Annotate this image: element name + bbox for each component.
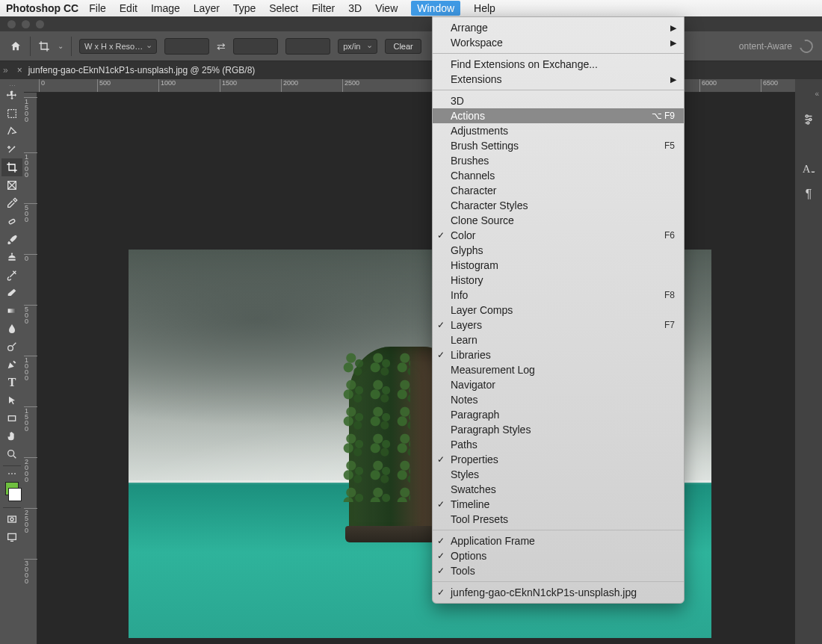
traffic-light-close[interactable] [7,20,16,28]
svg-point-11 [809,119,812,121]
close-tab-icon[interactable]: × [17,65,22,75]
menu-filter[interactable]: Filter [312,2,335,14]
tool-crop[interactable] [1,158,22,176]
window-menu-item[interactable]: Paragraph Styles [433,422,684,437]
tool-magic-wand[interactable] [1,140,22,158]
window-menu-item[interactable]: Navigator [433,377,684,392]
panel-icon-paragraph[interactable]: ¶ [801,187,816,202]
window-menu-item[interactable]: History [433,273,684,288]
menu-layer[interactable]: Layer [194,2,220,14]
window-menu-item[interactable]: Find Extensions on Exchange... [433,57,684,72]
reset-icon[interactable] [797,37,816,55]
crop-height-input[interactable] [233,38,278,55]
menu-select[interactable]: Select [269,2,298,14]
tool-blur[interactable] [1,320,22,338]
window-menu-item[interactable]: ✓Libraries [433,347,684,362]
background-swatch[interactable] [8,488,22,501]
tool-zoom[interactable] [1,445,22,463]
crop-resolution-input[interactable] [285,38,330,55]
window-titlebar [0,16,822,31]
panel-icon-properties[interactable] [801,112,816,127]
tool-gradient[interactable] [1,302,22,320]
tool-brush[interactable] [1,230,22,248]
window-menu-item[interactable]: ✓Tools [433,563,684,578]
window-menu-item[interactable]: Layer Comps [433,303,684,318]
menu-window[interactable]: Window [411,1,460,16]
menu-image[interactable]: Image [151,2,180,14]
menu-file[interactable]: File [89,2,106,14]
menu-help[interactable]: Help [474,2,495,14]
window-menu-item[interactable]: 3D [433,93,684,108]
window-menu-item[interactable]: InfoF8 [433,288,684,303]
document-tab-title: junfeng-gao-cEknN1ckP1s-unsplash.jpg @ 2… [28,65,256,75]
window-menu-item[interactable]: Glyphs [433,243,684,258]
tool-healing[interactable] [1,212,22,230]
options-bar: ⌄ W x H x Reso… ⇄ px/in Clear ontent-Awa… [0,31,822,61]
window-menu-item[interactable]: ✓junfeng-gao-cEknN1ckP1s-unsplash.jpg [433,585,684,600]
tab-overflow-icon[interactable]: » [3,65,8,75]
window-menu-item[interactable]: ✓LayersF7 [433,318,684,332]
window-menu-item[interactable]: ✓ColorF6 [433,228,684,243]
tool-path-select[interactable] [1,391,22,409]
tool-lasso[interactable] [1,123,22,140]
window-menu-item[interactable]: Measurement Log [433,362,684,377]
tool-move[interactable] [1,87,22,105]
window-menu-item[interactable]: Channels [433,168,684,183]
window-menu-item[interactable]: Tool Presets [433,512,684,527]
tool-frame[interactable] [1,176,22,194]
window-menu-item[interactable]: Clone Source [433,213,684,228]
window-menu-item[interactable]: Notes [433,392,684,407]
panel-icon-character[interactable]: A_ [801,161,816,176]
tool-rectangle[interactable] [1,409,22,427]
crop-ratio-dropdown[interactable]: W x H x Reso… [79,39,157,54]
window-menu-item[interactable]: Character [433,183,684,198]
window-menu-item[interactable]: ✓Properties [433,452,684,467]
tool-more-icon[interactable]: ⋯ [7,468,16,479]
menu-type[interactable]: Type [233,2,256,14]
tool-eyedropper[interactable] [1,194,22,212]
window-menu-item[interactable]: Paths [433,437,684,452]
window-menu-item[interactable]: Histogram [433,258,684,273]
collapse-panels-icon[interactable]: « [815,90,819,98]
crop-tool-icon[interactable] [38,40,50,52]
window-menu-item[interactable]: Styles [433,467,684,482]
window-menu-item[interactable]: Extensions▶ [433,72,684,87]
traffic-light-max[interactable] [36,20,44,28]
crop-width-input[interactable] [164,38,209,55]
window-menu-item[interactable]: Character Styles [433,198,684,213]
window-menu-item[interactable]: ✓Timeline [433,497,684,512]
menu-edit[interactable]: Edit [120,2,137,14]
swap-dimensions-icon[interactable]: ⇄ [217,40,226,52]
window-menu-item[interactable]: Adjustments [433,123,684,138]
window-menu-item[interactable]: Arrange▶ [433,20,684,35]
color-swatches[interactable] [2,482,22,501]
tool-history-brush[interactable] [1,266,22,284]
window-menu-item[interactable]: Paragraph [433,407,684,422]
window-menu-item[interactable]: Brushes [433,153,684,168]
traffic-light-min[interactable] [22,20,30,28]
tool-screenmode[interactable] [1,528,22,546]
window-menu-item[interactable]: Learn [433,332,684,347]
menu-view[interactable]: View [375,2,398,14]
window-menu-item[interactable]: ✓Application Frame [433,533,684,548]
tool-pen[interactable] [1,356,22,374]
tool-hand[interactable] [1,427,22,445]
svg-rect-3 [8,309,16,312]
menu-3d[interactable]: 3D [348,2,362,14]
tool-clone[interactable] [1,248,22,266]
document-tab[interactable]: × junfeng-gao-cEknN1ckP1s-unsplash.jpg @… [8,65,265,75]
window-menu-item[interactable]: Swatches [433,482,684,497]
tool-eraser[interactable] [1,284,22,302]
window-menu-item[interactable]: Workspace▶ [433,35,684,50]
window-menu-item[interactable]: Actions⌥ F9 [433,108,684,123]
crop-clear-button[interactable]: Clear [385,39,421,54]
window-menu-item[interactable]: ✓Options [433,548,684,563]
tool-dodge[interactable] [1,338,22,356]
window-menu-item[interactable]: Brush SettingsF5 [433,138,684,153]
tool-quickmask[interactable] [1,510,22,528]
crop-unit-dropdown[interactable]: px/in [338,39,377,54]
tool-marquee[interactable] [1,105,22,123]
home-icon[interactable] [9,40,22,52]
window-menu-dropdown: Arrange▶Workspace▶Find Extensions on Exc… [432,16,685,604]
tool-type[interactable]: T [1,374,22,391]
